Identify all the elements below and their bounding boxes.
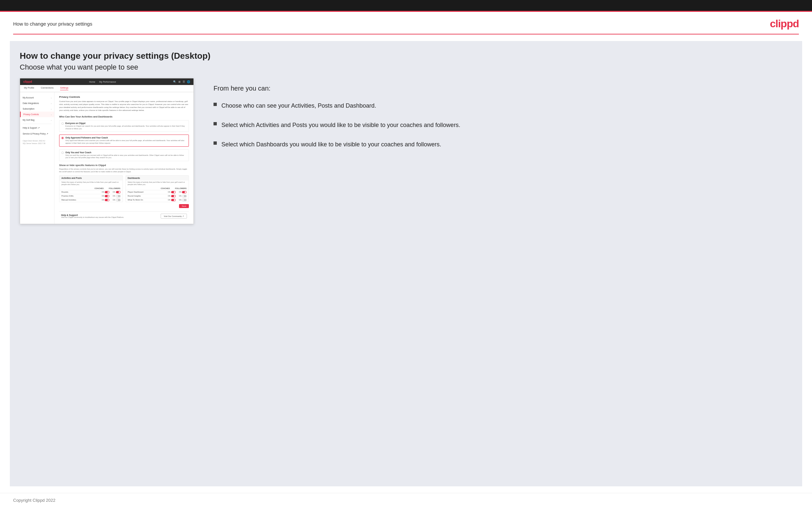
mockup-sidebar-subscription: Subscription › bbox=[20, 106, 54, 112]
player-coaches-toggle[interactable] bbox=[171, 191, 176, 193]
activities-row-manual: Manual Activities ON ON bbox=[59, 198, 122, 202]
chevron-icon: › bbox=[51, 97, 52, 99]
main-content: How to change your privacy settings (Des… bbox=[10, 41, 802, 486]
option-followers-coach-desc: Only approved followers and coaches you … bbox=[65, 139, 187, 145]
mockup-sidebar-help: Help & Support ↗ bbox=[20, 125, 54, 131]
mockup-nav-performance: My Performance bbox=[99, 81, 116, 83]
dashboards-table-desc: Select the types of activity that you'd … bbox=[126, 180, 189, 187]
chevron-icon: › bbox=[51, 102, 52, 104]
followers-col-label: FOLLOWERS bbox=[109, 187, 120, 189]
menu-icon: ☰ bbox=[183, 80, 185, 83]
rounds-coaches-toggle[interactable] bbox=[105, 191, 109, 193]
tables-row: Activities and Posts Select the types of… bbox=[59, 175, 189, 202]
mockup-sidebar-golf-bag: My Golf Bag › bbox=[20, 117, 54, 123]
who-can-see-title: Who Can See Your Activities and Dashboar… bbox=[59, 115, 189, 118]
option-followers-coach-title: Only Approved Followers and Your Coach bbox=[65, 136, 187, 139]
grid-icon: ⊞ bbox=[179, 80, 181, 83]
mockup-body: My Account › Data Integrations › Subscri… bbox=[20, 92, 194, 224]
dashboards-row-workOn: What To Work On ON ON bbox=[126, 198, 189, 202]
insights-coaches-toggle[interactable] bbox=[171, 195, 176, 197]
chevron-icon: › bbox=[51, 108, 52, 110]
logo: clippd bbox=[770, 18, 799, 30]
option-only-you-coach: Only You and Your Coach Only you and the… bbox=[59, 149, 189, 161]
bullet-text-2: Select which Activities and Posts you wo… bbox=[221, 121, 460, 130]
globe-icon: 🌐 bbox=[187, 80, 190, 83]
insights-followers-toggle[interactable] bbox=[182, 195, 187, 197]
main-title: How to change your privacy settings (Des… bbox=[20, 51, 792, 61]
mockup-subnav-profile: My Profile bbox=[24, 87, 34, 90]
workOn-followers-toggle[interactable] bbox=[182, 199, 187, 201]
dashboards-table-title: Dashboards bbox=[126, 176, 189, 180]
chevron-icon: › bbox=[51, 119, 52, 121]
help-section: Help & Support Visit our Clippd communit… bbox=[59, 211, 189, 221]
drills-coaches-toggle[interactable] bbox=[105, 195, 109, 197]
bullet-square-3 bbox=[213, 142, 217, 145]
player-followers-toggle[interactable] bbox=[182, 191, 187, 193]
activities-table: Activities and Posts Select the types of… bbox=[59, 175, 123, 202]
bullet-item-2: Select which Activities and Posts you wo… bbox=[213, 121, 786, 130]
copyright-text: Copyright Clippd 2022 bbox=[13, 498, 55, 503]
option-everyone-desc: Everyone on Clippd can search for you an… bbox=[65, 125, 187, 130]
mockup-nav-home: Home bbox=[89, 81, 95, 83]
mockup-nav: clippd Home My Performance 🔍 ⊞ ☰ 🌐 bbox=[20, 78, 194, 85]
bullet-square-2 bbox=[213, 122, 217, 125]
help-title: Help & Support bbox=[61, 214, 124, 216]
mockup-sidebar-privacy-policy: Service & Privacy Policy ↗ bbox=[20, 131, 54, 137]
dashboards-row-player: Player Dashboard ON ON bbox=[126, 190, 189, 194]
radio-everyone bbox=[61, 122, 64, 125]
radio-followers-coach bbox=[61, 137, 64, 139]
bullet-text-1: Choose who can see your Activities, Post… bbox=[221, 101, 376, 110]
app-mockup: clippd Home My Performance 🔍 ⊞ ☰ 🌐 My Pr… bbox=[20, 78, 194, 224]
bullet-item-1: Choose who can see your Activities, Post… bbox=[213, 101, 786, 110]
sidebar-divider bbox=[23, 124, 52, 124]
activities-row-drills: Practice Drills ON ON bbox=[59, 194, 122, 198]
chevron-icon: › bbox=[51, 114, 52, 115]
community-button[interactable]: Visit Our Community ↗ bbox=[161, 214, 187, 219]
bullet-list: Choose who can see your Activities, Post… bbox=[213, 101, 786, 149]
bullet-item-3: Select which Dashboards you would like t… bbox=[213, 140, 786, 149]
radio-only-you-coach bbox=[61, 152, 64, 154]
save-row: Save bbox=[59, 202, 189, 209]
option-only-you-coach-title: Only You and Your Coach bbox=[65, 151, 187, 154]
activities-row-rounds: Rounds ON ON bbox=[59, 190, 122, 194]
content-row: clippd Home My Performance 🔍 ⊞ ☰ 🌐 My Pr… bbox=[20, 78, 792, 224]
show-hide-title: Show or hide specific features in Clippd bbox=[59, 164, 189, 167]
dashboards-row-insights: Round Insights ON ON bbox=[126, 194, 189, 198]
option-only-you-coach-desc: Only you and the coaches you connect wit… bbox=[65, 154, 187, 159]
show-hide-desc: Regardless of the privacy controls that … bbox=[59, 168, 189, 173]
drills-followers-toggle[interactable] bbox=[116, 195, 120, 197]
header-title: How to change your privacy settings bbox=[13, 21, 92, 26]
rounds-followers-toggle[interactable] bbox=[116, 191, 120, 193]
dashboards-followers-col-label: FOLLOWERS bbox=[175, 187, 187, 189]
search-icon: 🔍 bbox=[173, 80, 176, 83]
header: How to change your privacy settings clip… bbox=[0, 12, 812, 34]
mockup-main-panel: Privacy Controls Control how you and you… bbox=[55, 92, 194, 224]
top-bar bbox=[0, 0, 812, 12]
mockup-sidebar-data-integrations: Data Integrations › bbox=[20, 100, 54, 106]
mockup-sidebar-my-account: My Account › bbox=[20, 95, 54, 100]
manual-coaches-toggle[interactable] bbox=[105, 199, 109, 201]
activities-col-headers: COACHES FOLLOWERS bbox=[59, 187, 122, 190]
save-button[interactable]: Save bbox=[179, 204, 189, 208]
header-divider bbox=[13, 34, 799, 35]
mockup-nav-links: Home My Performance bbox=[89, 81, 116, 83]
activities-table-desc: Select the types of activity that you'd … bbox=[59, 180, 122, 187]
option-everyone-title: Everyone on Clippd bbox=[65, 122, 187, 124]
privacy-controls-desc: Control how you and your data appears to… bbox=[59, 100, 189, 112]
activities-table-title: Activities and Posts bbox=[59, 176, 122, 180]
top-bar-accent bbox=[0, 11, 812, 12]
dashboards-coaches-col-label: COACHES bbox=[161, 187, 170, 189]
coaches-col-label: COACHES bbox=[95, 187, 104, 189]
mockup-subnav-settings: Settings bbox=[60, 87, 68, 90]
bullet-text-3: Select which Dashboards you would like t… bbox=[221, 140, 441, 149]
dashboards-col-headers: COACHES FOLLOWERS bbox=[126, 187, 189, 190]
workOn-coaches-toggle[interactable] bbox=[171, 199, 176, 201]
mockup-sidebar-privacy-controls: Privacy Controls › bbox=[20, 112, 54, 117]
dashboards-table: Dashboards Select the types of activity … bbox=[125, 175, 189, 202]
mockup-sidebar-version: Clippd Client Version: 2022.8.2SQL Serve… bbox=[20, 137, 54, 147]
from-here-title: From here you can: bbox=[213, 84, 786, 92]
bullet-square-1 bbox=[213, 103, 217, 106]
screenshot-container: clippd Home My Performance 🔍 ⊞ ☰ 🌐 My Pr… bbox=[20, 78, 194, 224]
mockup-logo: clippd bbox=[23, 80, 32, 83]
manual-followers-toggle[interactable] bbox=[116, 199, 120, 201]
